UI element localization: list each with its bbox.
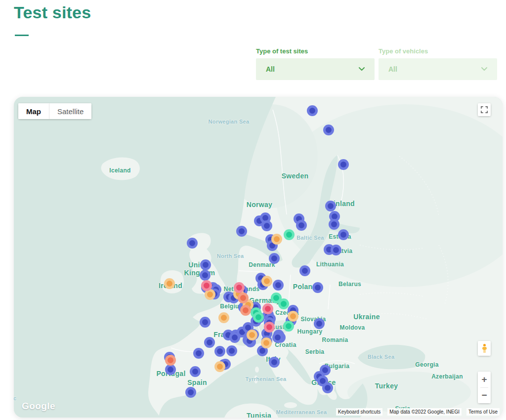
fullscreen-button[interactable] — [478, 103, 491, 116]
map-marker[interactable] — [201, 280, 212, 291]
map-marker[interactable] — [283, 321, 294, 332]
map-marker[interactable] — [200, 317, 211, 328]
zoom-control: + − — [478, 372, 491, 403]
map-marker[interactable] — [325, 201, 336, 211]
test-site-type-value: All — [266, 65, 275, 73]
map-marker[interactable] — [299, 265, 310, 276]
vehicle-type-value: All — [388, 65, 397, 73]
google-logo[interactable]: Google — [22, 401, 55, 412]
map-marker[interactable] — [271, 234, 282, 245]
map-marker[interactable] — [234, 282, 245, 293]
map-marker[interactable] — [312, 282, 323, 293]
map-marker[interactable] — [204, 337, 215, 348]
map-marker[interactable] — [247, 330, 257, 340]
map-data-credit: Map data ©2022 Google, INEGI — [387, 408, 462, 416]
filter-test-site-type: Type of test sites All — [256, 47, 375, 80]
map-marker[interactable] — [226, 345, 237, 356]
map-marker[interactable] — [261, 276, 272, 287]
filter-vehicle-type-label: Type of vehicles — [379, 47, 497, 56]
page-title: Test sites — [14, 3, 91, 22]
map-marker[interactable] — [164, 278, 175, 289]
filters-row: Type of test sites All Type of vehicles … — [256, 47, 497, 80]
map-marker[interactable] — [278, 298, 289, 309]
map-marker[interactable] — [165, 364, 176, 375]
test-sites-page: Test sites Type of test sites All Type o… — [0, 0, 506, 420]
map-marker[interactable] — [329, 219, 339, 230]
map-marker[interactable] — [322, 382, 333, 393]
map-marker[interactable] — [338, 159, 349, 170]
map-marker[interactable] — [296, 220, 307, 231]
terms-of-use-link[interactable]: Terms of Use — [466, 408, 500, 416]
chevron-down-icon — [481, 67, 487, 71]
map-marker[interactable] — [238, 293, 249, 303]
filter-test-site-type-label: Type of test sites — [256, 47, 375, 56]
map-marker[interactable] — [214, 346, 225, 357]
test-sites-map[interactable]: Norwegian SeaIcelandSwedenNorwayFinlandE… — [14, 97, 503, 418]
chevron-down-icon — [359, 67, 365, 71]
zoom-divider — [480, 387, 488, 388]
map-attribution: Keyboard shortcuts Map data ©2022 Google… — [336, 408, 500, 416]
map-marker[interactable] — [185, 387, 196, 398]
map-marker[interactable] — [261, 220, 272, 231]
map-marker[interactable] — [273, 280, 284, 291]
keyboard-shortcuts-link[interactable]: Keyboard shortcuts — [336, 408, 382, 416]
map-marker[interactable] — [269, 253, 280, 264]
map-marker[interactable] — [323, 125, 334, 135]
map-marker[interactable] — [272, 332, 283, 343]
map-marker[interactable] — [236, 226, 247, 237]
street-view-pegman-button[interactable] — [478, 341, 491, 356]
map-marker[interactable] — [214, 361, 225, 372]
zoom-in-button[interactable]: + — [478, 373, 491, 386]
map-marker[interactable] — [165, 355, 176, 366]
map-marker[interactable] — [187, 238, 198, 249]
map-marker[interactable] — [190, 366, 201, 377]
map-marker[interactable] — [240, 305, 251, 316]
map-view-button[interactable]: Map — [18, 103, 49, 119]
map-marker[interactable] — [284, 229, 295, 240]
test-site-type-select[interactable]: All — [256, 58, 375, 80]
map-marker[interactable] — [200, 270, 211, 281]
zoom-out-button[interactable]: − — [478, 388, 491, 402]
vehicle-type-select: All — [379, 58, 497, 80]
map-marker[interactable] — [307, 105, 318, 116]
satellite-view-button[interactable]: Satellite — [49, 103, 91, 119]
map-marker[interactable] — [261, 337, 272, 348]
map-marker[interactable] — [193, 348, 204, 359]
map-marker[interactable] — [218, 312, 229, 323]
filter-vehicle-type: Type of vehicles All — [379, 47, 497, 80]
map-marker[interactable] — [253, 312, 264, 323]
pegman-icon — [481, 343, 488, 353]
map-marker[interactable] — [229, 332, 240, 343]
fullscreen-icon — [481, 106, 488, 113]
map-marker[interactable] — [331, 245, 341, 255]
map-marker[interactable] — [200, 259, 211, 270]
title-underline — [15, 35, 29, 36]
map-marker[interactable] — [269, 357, 280, 368]
map-marker[interactable] — [314, 318, 325, 329]
map-marker[interactable] — [262, 303, 273, 314]
map-marker[interactable] — [264, 322, 275, 333]
map-marker[interactable] — [288, 311, 298, 322]
europe-basemap — [14, 97, 503, 418]
map-type-control: Map Satellite — [18, 103, 91, 119]
map-marker[interactable] — [338, 229, 349, 240]
